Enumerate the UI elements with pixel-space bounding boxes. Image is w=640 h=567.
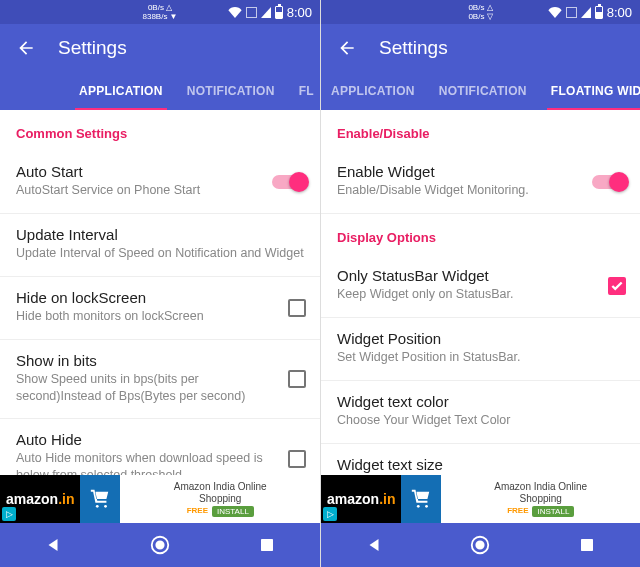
- svg-point-8: [477, 541, 484, 548]
- nav-home-icon[interactable]: [146, 531, 174, 559]
- item-update-interval[interactable]: Update Interval Update Interval of Speed…: [0, 214, 320, 277]
- tab-notification[interactable]: NOTIFICATION: [427, 72, 539, 110]
- svg-rect-4: [261, 539, 273, 551]
- svg-point-0: [96, 505, 99, 508]
- nav-recent-icon[interactable]: [253, 531, 281, 559]
- content-application: Common Settings Auto Start AutoStart Ser…: [0, 110, 320, 475]
- item-only-statusbar[interactable]: Only StatusBar Widget Keep Widget only o…: [321, 255, 640, 318]
- switch-enable-widget[interactable]: [592, 175, 626, 189]
- item-enable-widget[interactable]: Enable Widget Enable/Disable Widget Moni…: [321, 151, 640, 214]
- section-enable-disable: Enable/Disable: [321, 110, 640, 151]
- tabs: APPLICATION NOTIFICATION FLOATING WIDGET: [321, 72, 640, 110]
- checkbox-show-bits[interactable]: [288, 370, 306, 388]
- checkbox-only-statusbar[interactable]: [608, 277, 626, 295]
- battery-icon: [275, 6, 283, 19]
- switch-auto-start[interactable]: [272, 175, 306, 189]
- svg-point-6: [426, 505, 429, 508]
- statusbar: 0B/s △0B/s ▽ 8:00: [321, 0, 640, 24]
- nav-back-icon[interactable]: [39, 531, 67, 559]
- nav-recent-icon[interactable]: [573, 531, 601, 559]
- appbar: Settings APPLICATION NOTIFICATION FLOATI…: [321, 24, 640, 110]
- network-icon: [566, 7, 577, 18]
- item-widget-position[interactable]: Widget Position Set Widget Position in S…: [321, 318, 640, 381]
- item-auto-hide[interactable]: Auto Hide Auto Hide monitors when downlo…: [0, 419, 320, 475]
- ad-text: Amazon India OnlineShopping FREEINSTALL: [441, 475, 640, 523]
- ad-marker-icon[interactable]: ▷: [323, 507, 337, 521]
- wifi-icon: [548, 7, 562, 18]
- page-title: Settings: [58, 37, 127, 59]
- netspeed-indicator: 0B/s △838B/s ▼: [142, 3, 177, 21]
- tab-notification[interactable]: NOTIFICATION: [175, 72, 287, 110]
- clock: 8:00: [607, 5, 632, 20]
- phone-left: 0B/s △838B/s ▼ 8:00 Settings APPLICATION…: [0, 0, 320, 567]
- item-show-bits[interactable]: Show in bits Show Speed units in bps(bit…: [0, 340, 320, 420]
- item-widget-color[interactable]: Widget text color Choose Your Widget Tex…: [321, 381, 640, 444]
- back-icon[interactable]: [16, 38, 36, 58]
- section-common-settings: Common Settings: [0, 110, 320, 151]
- checkbox-auto-hide[interactable]: [288, 450, 306, 468]
- nav-back-icon[interactable]: [360, 531, 388, 559]
- tab-application[interactable]: APPLICATION: [325, 72, 427, 110]
- ad-banner[interactable]: ▷ amazon.in Amazon India OnlineShopping …: [0, 475, 320, 523]
- netspeed-indicator: 0B/s △0B/s ▽: [468, 3, 492, 21]
- tab-floating[interactable]: FL: [287, 72, 316, 110]
- checkbox-hide-lockscreen[interactable]: [288, 299, 306, 317]
- wifi-icon: [228, 7, 242, 18]
- svg-point-5: [417, 505, 420, 508]
- item-hide-lockscreen[interactable]: Hide on lockScreen Hide both monitors on…: [0, 277, 320, 340]
- svg-point-1: [105, 505, 108, 508]
- svg-rect-9: [581, 539, 593, 551]
- cart-icon: [80, 475, 120, 523]
- back-icon[interactable]: [337, 38, 357, 58]
- install-button[interactable]: INSTALL: [212, 506, 254, 518]
- section-display-options: Display Options: [321, 214, 640, 255]
- content-floating: Enable/Disable Enable Widget Enable/Disa…: [321, 110, 640, 475]
- navbar: [321, 523, 640, 567]
- tab-application[interactable]: APPLICATION: [67, 72, 175, 110]
- install-button[interactable]: INSTALL: [532, 506, 574, 518]
- item-auto-start[interactable]: Auto Start AutoStart Service on Phone St…: [0, 151, 320, 214]
- ad-marker-icon[interactable]: ▷: [2, 507, 16, 521]
- page-title: Settings: [379, 37, 448, 59]
- navbar: [0, 523, 320, 567]
- battery-icon: [595, 6, 603, 19]
- svg-point-3: [156, 541, 163, 548]
- network-icon: [246, 7, 257, 18]
- tabs: APPLICATION NOTIFICATION FL: [0, 72, 320, 110]
- ad-banner[interactable]: ▷ amazon.in Amazon India OnlineShopping …: [321, 475, 640, 523]
- phone-right: 0B/s △0B/s ▽ 8:00 Settings APPLICATION N…: [320, 0, 640, 567]
- nav-home-icon[interactable]: [466, 531, 494, 559]
- statusbar: 0B/s △838B/s ▼ 8:00: [0, 0, 320, 24]
- signal-icon: [581, 7, 591, 18]
- clock: 8:00: [287, 5, 312, 20]
- appbar: Settings APPLICATION NOTIFICATION FL: [0, 24, 320, 110]
- cart-icon: [401, 475, 441, 523]
- tab-floating[interactable]: FLOATING WIDGET: [539, 72, 640, 110]
- item-widget-size[interactable]: Widget text size Normal: [321, 444, 640, 476]
- signal-icon: [261, 7, 271, 18]
- ad-text: Amazon India OnlineShopping FREEINSTALL: [120, 475, 320, 523]
